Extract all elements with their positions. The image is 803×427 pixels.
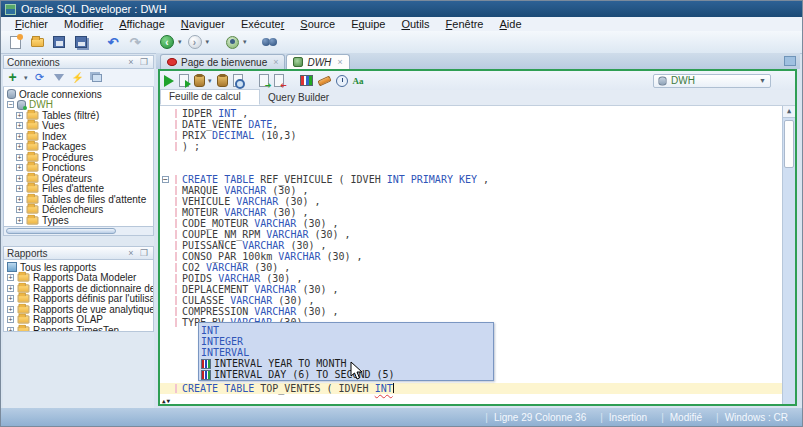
- code-line[interactable]: PRIX DECIMAL (10,3): [160, 130, 782, 141]
- code-line-current[interactable]: CREATE TABLE TOP_VENTES ( IDVEH INT: [160, 383, 782, 394]
- code-line[interactable]: MOTEUR VARCHAR (30) ,: [160, 207, 782, 218]
- add-connection-dropdown[interactable]: ▾: [24, 74, 28, 82]
- editor-vscrollbar[interactable]: ▲: [782, 106, 795, 404]
- code-line[interactable]: COUPLE_NM_RPM VARCHAR (30) ,: [160, 229, 782, 240]
- fold-collapse-icon[interactable]: −: [162, 176, 169, 183]
- report-node-rapports-timesten[interactable]: +Rapports TimesTen: [4, 325, 153, 332]
- forward-button[interactable]: ›: [186, 34, 204, 51]
- report-node-root[interactable]: Tous les rapports: [4, 262, 153, 273]
- close-icon[interactable]: ×: [337, 57, 342, 67]
- collapse-all-button[interactable]: [90, 71, 104, 85]
- code-line[interactable]: VEHICULE VARCHAR (30) ,: [160, 196, 782, 207]
- expand-icon[interactable]: +: [16, 112, 23, 119]
- search-button[interactable]: [261, 34, 279, 51]
- menu-aide[interactable]: Aide: [492, 18, 530, 30]
- autocomplete-item[interactable]: INTEGER: [201, 336, 493, 347]
- report-node-rapports-data-modeler[interactable]: +Rapports Data Modeler: [4, 273, 153, 284]
- close-icon[interactable]: ×: [273, 57, 278, 67]
- tree-node-tables-de-files-d-attente[interactable]: +Tables de files d'attente: [4, 194, 153, 205]
- expand-icon[interactable]: +: [7, 295, 14, 302]
- scroll-up-icon[interactable]: ▲: [783, 106, 795, 118]
- clear-button[interactable]: [318, 73, 331, 88]
- code-line[interactable]: [160, 152, 782, 163]
- monitor-sql-button[interactable]: [300, 73, 313, 88]
- expand-icon[interactable]: +: [16, 122, 23, 129]
- tree-node-op-rateurs[interactable]: +Opérateurs: [4, 173, 153, 184]
- splitter-arrows-icon[interactable]: ▲▼: [162, 397, 171, 404]
- filter-button[interactable]: [52, 71, 66, 85]
- tab-dwh[interactable]: DWH×: [286, 54, 349, 69]
- code-line[interactable]: [160, 394, 782, 404]
- hscrollbar-thumb[interactable]: [6, 228, 116, 234]
- code-line[interactable]: ) ;: [160, 141, 782, 152]
- tree-node-fonctions[interactable]: +Fonctions: [4, 163, 153, 174]
- code-line[interactable]: COMPRESSION VARCHAR (30) ,: [160, 306, 782, 317]
- tree-node-files-d-attente[interactable]: +Files d'attente: [4, 184, 153, 195]
- tree-node-connection[interactable]: −DWH: [4, 100, 153, 111]
- autocomplete-item[interactable]: INTERVAL: [201, 347, 493, 358]
- autocomplete-item[interactable]: INT: [201, 325, 493, 336]
- expand-icon[interactable]: +: [16, 133, 23, 140]
- autocomplete-item[interactable]: INTERVAL YEAR TO MONTH: [201, 358, 493, 369]
- save-all-button[interactable]: [72, 34, 90, 51]
- run-script-button[interactable]: [179, 73, 189, 88]
- code-line[interactable]: −CREATE TABLE REF_VEHICULE ( IDVEH INT P…: [160, 174, 782, 185]
- menu-modifier[interactable]: Modifier: [56, 18, 111, 30]
- collapse-icon[interactable]: −: [7, 101, 14, 108]
- sql-editor[interactable]: IDPER INT ,DATE_VENTE DATE,PRIX DECIMAL …: [160, 106, 795, 404]
- connections-hscrollbar[interactable]: [3, 227, 154, 236]
- expand-icon[interactable]: +: [7, 316, 14, 323]
- rollback-button[interactable]: [274, 73, 284, 88]
- menu-equipe[interactable]: Equipe: [343, 18, 393, 30]
- new-file-button[interactable]: [6, 34, 24, 51]
- sql-history-button[interactable]: [336, 73, 348, 88]
- vscrollbar-thumb[interactable]: [784, 120, 794, 168]
- expand-icon[interactable]: +: [16, 196, 23, 203]
- change-case-button[interactable]: Aa: [353, 73, 364, 88]
- refresh-button[interactable]: ⟳: [33, 71, 47, 85]
- code-line[interactable]: IDPER INT ,: [160, 108, 782, 119]
- connection-status-button[interactable]: ⚡: [71, 71, 85, 85]
- menu-naviguer[interactable]: Naviguer: [173, 18, 233, 30]
- tree-node-index[interactable]: +Index: [4, 131, 153, 142]
- menu-fichier[interactable]: Fichier: [7, 18, 56, 30]
- tree-node-packages[interactable]: +Packages: [4, 142, 153, 153]
- save-button[interactable]: [50, 34, 68, 51]
- expand-icon[interactable]: +: [16, 143, 23, 150]
- commit-button[interactable]: [259, 73, 269, 88]
- back-dropdown[interactable]: ▾: [178, 38, 182, 46]
- autocomplete-item[interactable]: INTERVAL DAY (6) TO SECOND (5): [201, 369, 493, 380]
- subtab-feuille-de-calcul[interactable]: Feuille de calcul: [160, 89, 260, 105]
- tree-node-types[interactable]: +Types: [4, 215, 153, 226]
- forward-dropdown[interactable]: ▾: [206, 38, 210, 46]
- reports-close-icon[interactable]: ×: [128, 248, 135, 258]
- tree-node-tables-filtr-[interactable]: +Tables (filtré): [4, 110, 153, 121]
- explain-plan-button[interactable]: [194, 73, 205, 88]
- menu-fenêtre[interactable]: Fenêtre: [438, 18, 492, 30]
- expand-icon[interactable]: +: [7, 285, 14, 292]
- expand-icon[interactable]: +: [16, 164, 23, 171]
- tree-node-vues[interactable]: +Vues: [4, 121, 153, 132]
- tree-node-proc-dures[interactable]: +Procédures: [4, 152, 153, 163]
- explain-plan-dropdown[interactable]: ▾: [208, 77, 212, 85]
- expand-icon[interactable]: +: [16, 206, 23, 213]
- report-node-rapports-olap[interactable]: +Rapports OLAP: [4, 315, 153, 326]
- expand-icon[interactable]: +: [16, 175, 23, 182]
- redo-button[interactable]: ↷: [126, 34, 144, 51]
- code-line[interactable]: [160, 163, 782, 174]
- subtab-query-builder[interactable]: Query Builder: [260, 91, 339, 105]
- code-line[interactable]: POIDS VARCHAR (30) ,: [160, 273, 782, 284]
- tree-node-d-clencheurs[interactable]: +Déclencheurs: [4, 205, 153, 216]
- report-node-rapports-de-dictionnaire-de-donn-es[interactable]: +Rapports de dictionnaire de données: [4, 283, 153, 294]
- tab-page-de-bienvenue[interactable]: Page de bienvenue×: [160, 54, 285, 69]
- expand-icon[interactable]: +: [16, 185, 23, 192]
- open-button[interactable]: [28, 34, 46, 51]
- code-line[interactable]: DEPLACEMENT VARCHAR (30) ,: [160, 284, 782, 295]
- code-line[interactable]: CODE_MOTEUR VARCHAR (30) ,: [160, 218, 782, 229]
- run-statement-button[interactable]: [164, 73, 174, 88]
- code-line[interactable]: PUISSANCE VARCHAR (30) ,: [160, 240, 782, 251]
- expand-icon[interactable]: +: [7, 274, 14, 281]
- back-button[interactable]: ‹: [158, 34, 176, 51]
- report-node-rapports-de-vue-analytique[interactable]: +Rapports de vue analytique: [4, 304, 153, 315]
- menu-outils[interactable]: Outils: [393, 18, 437, 30]
